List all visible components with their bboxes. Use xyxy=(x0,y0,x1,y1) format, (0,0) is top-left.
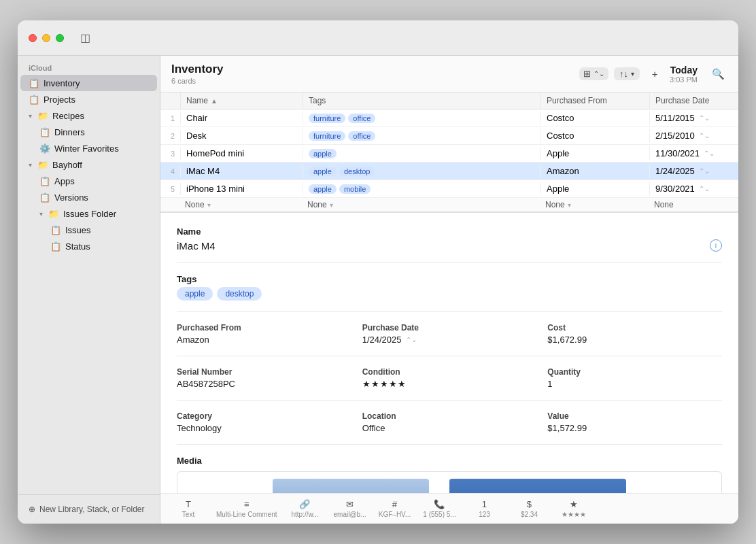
sidebar-item-issues-folder[interactable]: ▾ 📁 Issues Folder xyxy=(20,205,157,222)
sort-asc-icon: ▲ xyxy=(211,97,218,105)
content-title-block: Inventory 6 cards xyxy=(171,63,571,85)
detail-fields-grid-row3: Category Technology Location Office Valu… xyxy=(177,411,722,433)
sidebar-item-label: Versions xyxy=(54,192,88,203)
new-library-button[interactable]: ⊕ New Library, Stack, or Folder xyxy=(23,502,154,517)
cell-purchased-from: Costco xyxy=(541,129,650,143)
field-type-currency[interactable]: $ $2.34 xyxy=(512,499,546,518)
tags-row: apple desktop xyxy=(177,287,722,301)
sidebar-toggle-icon[interactable]: ◫ xyxy=(80,31,90,44)
col-purchase-date-label: Purchase Date xyxy=(655,96,709,105)
tag-badge: furniture xyxy=(309,114,345,123)
tag-badge-desktop[interactable]: desktop xyxy=(217,287,262,301)
col-header-name[interactable]: Name ▲ xyxy=(181,92,303,109)
field-type-rating[interactable]: ★ ★★★★ xyxy=(557,499,591,518)
field-type-kgf[interactable]: # KGF–HV... xyxy=(377,499,411,518)
field-type-phone[interactable]: 📞 1 (555) 5... xyxy=(422,499,456,518)
row-num: 1 xyxy=(160,112,181,124)
filter-cell-purchase-date[interactable]: None xyxy=(650,198,738,211)
view-toggle-button[interactable]: ⊞ ⌃⌄ xyxy=(579,67,608,80)
today-block: Today 3:03 PM xyxy=(670,65,698,84)
cell-tags: apple xyxy=(303,147,541,160)
sort-button[interactable]: ↑↓ ▾ xyxy=(614,67,640,80)
field-type-url[interactable]: 🔗 http://w... xyxy=(288,499,322,518)
url-icon: 🔗 xyxy=(299,499,310,509)
multiline-icon: ≡ xyxy=(244,499,250,509)
media-section: Media xyxy=(177,456,722,493)
table-row[interactable]: 5 iPhone 13 mini apple mobile Apple 9/30… xyxy=(160,180,738,198)
sidebar-item-winter-favorites[interactable]: ⚙️ Winter Favorites xyxy=(20,140,157,156)
table-row[interactable]: 4 iMac M4 apple desktop Amazon 1/24/2025… xyxy=(160,163,738,180)
filter-name-select[interactable]: None ▾ xyxy=(185,200,211,209)
category-field: Category Technology xyxy=(177,411,351,433)
field-type-email[interactable]: ✉ email@b... xyxy=(332,499,366,518)
today-time: 3:03 PM xyxy=(670,75,698,84)
cell-tags: apple mobile xyxy=(303,182,541,196)
inventory-icon: 📋 xyxy=(29,78,39,88)
records-table: Name ▲ Tags Purchased From Purchase Date xyxy=(160,92,738,213)
filter-purchased-from-select[interactable]: None ▾ xyxy=(545,200,571,209)
sidebar-item-label: Recipes xyxy=(52,111,84,121)
filter-cell-name[interactable]: None ▾ xyxy=(181,198,303,211)
sidebar-item-versions[interactable]: 📋 Versions xyxy=(20,189,157,205)
filter-tags-select[interactable]: None ▾ xyxy=(307,200,333,209)
purchased-from-label: Purchased From xyxy=(177,323,351,333)
content-title: Inventory xyxy=(171,63,571,76)
serial-number-field: Serial Number AB4587258PC xyxy=(177,367,351,389)
table-row[interactable]: 3 HomePod mini apple Apple 11/30/2021 ⌃⌄ xyxy=(160,145,738,163)
col-header-purchase-date[interactable]: Purchase Date xyxy=(650,92,738,109)
minimize-button[interactable] xyxy=(42,34,50,42)
table-row[interactable]: 2 Desk furniture office Costco 2/15/2010… xyxy=(160,127,738,145)
sidebar-item-status[interactable]: 📋 Status xyxy=(20,238,157,254)
sidebar-item-label: Inventory xyxy=(44,78,80,88)
date-stepper-icon[interactable]: ⌃⌄ xyxy=(406,336,417,343)
cost-value: $1,672.99 xyxy=(547,335,722,345)
tag-badge: apple xyxy=(309,167,337,176)
cell-tags: furniture office xyxy=(303,112,541,125)
date-stepper-icon[interactable]: ⌃⌄ xyxy=(699,132,710,139)
filter-cell-tags[interactable]: None ▾ xyxy=(303,198,541,211)
bayhoff-icon: 📁 xyxy=(37,160,48,170)
col-header-tags[interactable]: Tags xyxy=(303,92,541,109)
field-type-number[interactable]: 1 123 xyxy=(467,499,501,518)
sidebar-item-issues[interactable]: 📋 Issues xyxy=(20,222,157,238)
media-box[interactable] xyxy=(177,471,722,493)
close-button[interactable] xyxy=(29,34,37,42)
filter-cell-purchased-from[interactable]: None ▾ xyxy=(541,198,650,211)
tag-badge-apple[interactable]: apple xyxy=(177,287,213,301)
media-label: Media xyxy=(177,456,722,466)
field-type-multi-line[interactable]: ≡ Multi-Line Comment xyxy=(216,499,277,518)
content-area: Inventory 6 cards ⊞ ⌃⌄ ↑↓ ▾ + Today xyxy=(160,56,738,524)
sidebar-item-recipes[interactable]: ▾ 📁 Recipes xyxy=(20,107,157,124)
table-row[interactable]: 1 Chair furniture office Costco 5/11/201… xyxy=(160,109,738,127)
date-stepper-icon[interactable]: ⌃⌄ xyxy=(699,167,710,175)
value-value: $1,572.99 xyxy=(547,423,722,433)
purchased-from-value: Amazon xyxy=(177,335,351,345)
cell-tags: furniture office xyxy=(303,129,541,143)
sidebar-item-projects[interactable]: 📋 Projects xyxy=(20,91,157,107)
date-stepper-icon[interactable]: ⌃⌄ xyxy=(699,185,710,192)
sidebar-item-bayhoff[interactable]: ▾ 📁 Bayhoff xyxy=(20,156,157,173)
divider xyxy=(177,400,722,401)
tag-badge: apple xyxy=(309,184,337,194)
date-stepper-icon[interactable]: ⌃⌄ xyxy=(704,150,715,157)
sidebar-item-apps[interactable]: 📋 Apps xyxy=(20,173,157,189)
filter-purchase-date-select[interactable]: None xyxy=(654,200,674,209)
sidebar-item-dinners[interactable]: 📋 Dinners xyxy=(20,124,157,140)
purchase-date-field: Purchase Date 1/24/2025 ⌃⌄ xyxy=(362,323,537,345)
info-icon[interactable]: i xyxy=(710,239,722,252)
field-type-text[interactable]: T Text xyxy=(171,499,205,518)
search-button[interactable]: 🔍 xyxy=(708,65,727,84)
sidebar-item-inventory[interactable]: 📋 Inventory xyxy=(20,75,157,91)
sidebar-item-label: Bayhoff xyxy=(52,160,82,170)
sidebar-item-label: Status xyxy=(65,241,90,252)
star-rating[interactable]: ★★★★★ xyxy=(362,379,407,389)
text-icon: T xyxy=(186,499,191,509)
col-header-purchased-from[interactable]: Purchased From xyxy=(541,92,650,109)
winter-favorites-icon: ⚙️ xyxy=(39,143,50,154)
add-record-button[interactable]: + xyxy=(645,65,664,84)
sidebar-item-label: Issues xyxy=(65,225,91,235)
phone-icon: 📞 xyxy=(434,499,445,509)
issues-icon: 📋 xyxy=(50,225,61,235)
date-stepper-icon[interactable]: ⌃⌄ xyxy=(699,114,710,122)
maximize-button[interactable] xyxy=(56,34,64,42)
